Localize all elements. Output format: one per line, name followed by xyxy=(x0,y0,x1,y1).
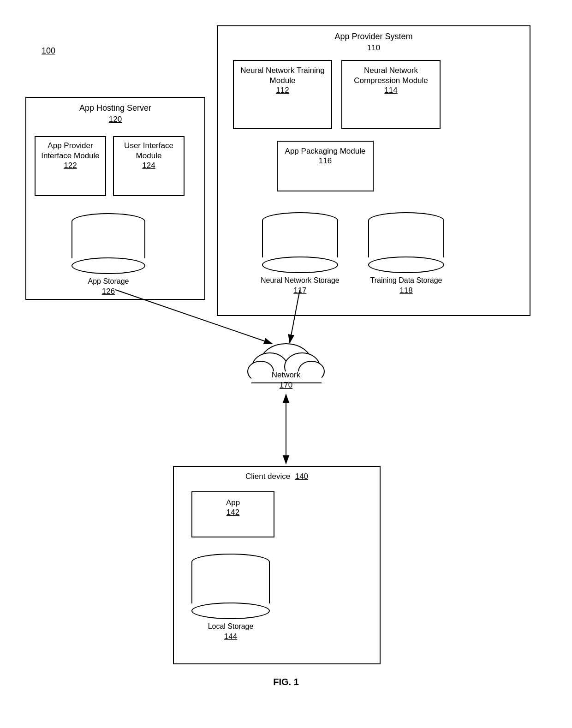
app-storage-cylinder: App Storage 126 xyxy=(72,213,145,297)
nn-training-title: Neural Network Training Module xyxy=(238,66,328,86)
label-100: 100 xyxy=(42,46,55,56)
app-packaging-box: App Packaging Module 116 xyxy=(277,141,374,191)
app-hosting-server-title: App Hosting Server xyxy=(26,103,204,113)
svg-point-6 xyxy=(298,361,324,382)
diagram: 100 App Provider System 110 App Hosting … xyxy=(0,0,572,701)
app-number: 142 xyxy=(196,508,270,517)
client-device-title: Client device xyxy=(245,472,290,481)
nn-storage-title: Neural Network Storage xyxy=(261,276,340,286)
nn-training-number: 112 xyxy=(238,86,328,95)
app-packaging-number: 116 xyxy=(281,156,369,166)
local-storage-cylinder: Local Storage 144 xyxy=(191,554,270,642)
nn-storage-cylinder: Neural Network Storage 117 xyxy=(261,212,340,296)
svg-point-4 xyxy=(285,353,320,381)
training-data-storage-cylinder: Training Data Storage 118 xyxy=(368,212,444,296)
svg-rect-7 xyxy=(251,371,322,383)
nn-compression-title: Neural Network Compression Module xyxy=(346,66,436,86)
svg-text:170: 170 xyxy=(280,381,292,389)
nn-storage-number: 117 xyxy=(261,286,340,296)
app-provider-interface-number: 122 xyxy=(38,161,102,170)
app-box: App 142 xyxy=(191,491,274,537)
app-provider-interface-box: App Provider Interface Module 122 xyxy=(35,136,106,196)
svg-point-2 xyxy=(261,344,311,381)
svg-point-5 xyxy=(248,361,274,382)
nn-training-box: Neural Network Training Module 112 xyxy=(233,60,332,129)
nn-compression-number: 114 xyxy=(346,86,436,95)
local-storage-number: 144 xyxy=(191,632,270,642)
local-storage-title: Local Storage xyxy=(191,622,270,632)
app-storage-title: App Storage xyxy=(72,277,145,286)
app-hosting-server-number: 120 xyxy=(26,115,204,124)
user-interface-module-box: User Interface Module 124 xyxy=(113,136,185,196)
svg-point-3 xyxy=(252,353,287,381)
user-interface-title: User Interface Module xyxy=(117,141,181,161)
app-provider-system-title: App Provider System xyxy=(218,32,530,42)
client-device-number: 140 xyxy=(295,472,308,481)
app-title: App xyxy=(196,498,270,508)
fig-label: FIG. 1 xyxy=(273,677,299,687)
training-data-storage-title: Training Data Storage xyxy=(368,276,444,286)
network-cloud: Network 170 xyxy=(248,344,324,389)
app-packaging-title: App Packaging Module xyxy=(281,146,369,156)
nn-compression-box: Neural Network Compression Module 114 xyxy=(341,60,441,129)
training-data-storage-number: 118 xyxy=(368,286,444,296)
app-provider-interface-title: App Provider Interface Module xyxy=(38,141,102,161)
app-storage-number: 126 xyxy=(72,286,145,297)
user-interface-number: 124 xyxy=(117,161,181,170)
svg-text:Network: Network xyxy=(272,370,301,379)
app-provider-system-number: 110 xyxy=(218,43,530,53)
